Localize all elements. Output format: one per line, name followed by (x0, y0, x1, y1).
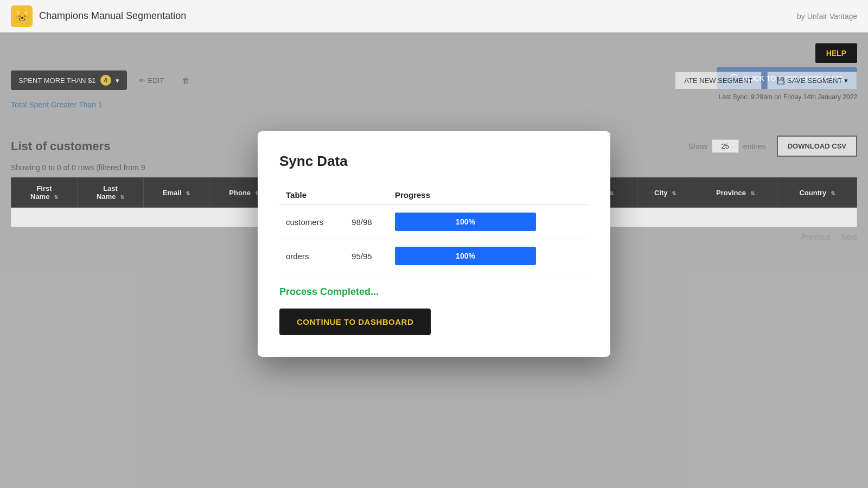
sync-count: 95/95 (345, 239, 388, 273)
continue-dashboard-button[interactable]: CONTINUE TO DASHBOARD (279, 309, 431, 335)
modal-overlay: Sync Data Table Progress customers 98/98… (0, 0, 868, 488)
col-progress-label: Progress (388, 186, 589, 204)
process-completed-text: Process Completed... (279, 286, 589, 298)
progress-bar-fill: 100% (395, 213, 536, 231)
sync-progress-table: Table Progress customers 98/98 100% orde… (279, 186, 589, 273)
progress-bar-container: 100% (395, 247, 536, 265)
sync-row: customers 98/98 100% (279, 204, 589, 239)
sync-progress-cell: 100% (388, 239, 589, 273)
progress-label: 100% (456, 252, 475, 260)
sync-table-name: orders (279, 239, 345, 273)
sync-modal: Sync Data Table Progress customers 98/98… (258, 131, 610, 357)
col-table-label: Table (279, 186, 345, 204)
progress-bar-container: 100% (395, 213, 536, 231)
modal-table-header: Table Progress (279, 186, 589, 204)
sync-row: orders 95/95 100% (279, 239, 589, 273)
progress-bar-fill: 100% (395, 247, 536, 265)
col-count-label (345, 186, 388, 204)
sync-table-name: customers (279, 204, 345, 239)
modal-title: Sync Data (279, 153, 589, 170)
progress-label: 100% (456, 217, 475, 226)
sync-count: 98/98 (345, 204, 388, 239)
sync-progress-cell: 100% (388, 204, 589, 239)
